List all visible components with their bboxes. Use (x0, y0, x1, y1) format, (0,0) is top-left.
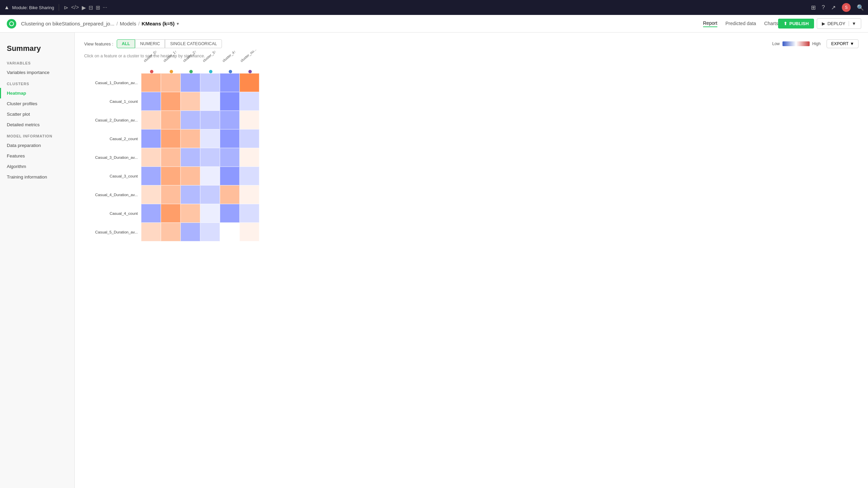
row-label-3[interactable]: Casual_2_count (84, 137, 141, 141)
dropdown-arrow-icon[interactable]: ▼ (176, 22, 180, 26)
breadcrumb-models[interactable]: Models (120, 21, 136, 26)
heatmap-cell-5-3[interactable] (200, 167, 220, 185)
heatmap-cell-4-3[interactable] (200, 148, 220, 167)
sidebar-item-data-preparation[interactable]: Data preparation (0, 140, 74, 151)
heatmap-cell-5-5[interactable] (240, 167, 259, 185)
heatmap-cell-2-4[interactable] (220, 111, 240, 129)
help-icon[interactable]: ? (822, 4, 825, 11)
heatmap-cell-8-4[interactable] (220, 223, 240, 241)
heatmap-cell-2-3[interactable] (200, 111, 220, 129)
sidebar-item-detailed-metrics[interactable]: Detailed metrics (0, 119, 74, 130)
heatmap-cell-8-1[interactable] (161, 223, 181, 241)
row-label-6[interactable]: Casual_4_Duration_av... (84, 193, 141, 197)
row-label-0[interactable]: Casual_1_Duration_av... (84, 81, 141, 85)
heatmap-cell-0-5[interactable] (240, 73, 259, 92)
nav-table-icon[interactable]: ⊟ (89, 4, 93, 11)
heatmap-cell-5-4[interactable] (220, 167, 240, 185)
heatmap-cell-6-3[interactable] (200, 185, 220, 204)
sidebar-item-features[interactable]: Features (0, 151, 74, 161)
sidebar-item-algorithm[interactable]: Algorithm (0, 161, 74, 172)
heatmap-cell-7-0[interactable] (141, 204, 161, 223)
tab-numeric[interactable]: NUMERIC (135, 39, 165, 48)
heatmap-cell-1-1[interactable] (161, 92, 181, 111)
heatmap-cell-7-1[interactable] (161, 204, 181, 223)
heatmap-cell-2-0[interactable] (141, 111, 161, 129)
heatmap-cell-2-1[interactable] (161, 111, 181, 129)
heatmap-cell-6-1[interactable] (161, 185, 181, 204)
heatmap-cell-0-2[interactable] (181, 73, 200, 92)
heatmap-cell-1-5[interactable] (240, 92, 259, 111)
breadcrumb-project[interactable]: Clustering on bikeStations_prepared_jo..… (21, 21, 114, 26)
publish-button[interactable]: ⬆ PUBLISH (778, 19, 814, 29)
sidebar-item-scatter-plot[interactable]: Scatter plot (0, 109, 74, 119)
heatmap-cell-1-2[interactable] (181, 92, 200, 111)
heatmap-cell-1-3[interactable] (200, 92, 220, 111)
nav-play-icon[interactable]: ▶ (82, 4, 86, 11)
row-label-2[interactable]: Casual_2_Duration_av... (84, 118, 141, 122)
sidebar-item-cluster-profiles[interactable]: Cluster profiles (0, 98, 74, 109)
nav-flag-icon[interactable]: ⊳ (64, 4, 68, 11)
col-header-5[interactable]: cluster_ou... (240, 63, 260, 73)
breadcrumb-current[interactable]: KMeans (k=5) ▼ (141, 21, 180, 26)
tab-single-categorical[interactable]: SINGLE CATEGORICAL (165, 39, 222, 48)
heatmap-cell-3-0[interactable] (141, 129, 161, 148)
row-label-5[interactable]: Casual_3_count (84, 174, 141, 178)
row-label-7[interactable]: Casual_4_count (84, 211, 141, 215)
heatmap-cell-4-5[interactable] (240, 148, 259, 167)
heatmap-cell-0-3[interactable] (200, 73, 220, 92)
heatmap-cell-1-0[interactable] (141, 92, 161, 111)
heatmap-cell-6-2[interactable] (181, 185, 200, 204)
heatmap-cell-2-5[interactable] (240, 111, 259, 129)
row-label-4[interactable]: Casual_3_Duration_av... (84, 155, 141, 159)
heatmap-cell-7-4[interactable] (220, 204, 240, 223)
heatmap-cell-7-5[interactable] (240, 204, 259, 223)
nav-predicted[interactable]: Predicted data (725, 21, 756, 27)
heatmap-cell-2-2[interactable] (181, 111, 200, 129)
heatmap-cell-8-5[interactable] (240, 223, 259, 241)
search-icon[interactable]: 🔍 (857, 4, 864, 11)
heatmap-cell-3-3[interactable] (200, 129, 220, 148)
heatmap-cell-4-0[interactable] (141, 148, 161, 167)
heatmap-cell-0-0[interactable] (141, 73, 161, 92)
heatmap-cell-3-2[interactable] (181, 129, 200, 148)
grid-icon[interactable]: ⊞ (811, 4, 816, 11)
content-area: View features : ALL NUMERIC SINGLE CATEG… (75, 33, 868, 488)
heatmap-cell-6-5[interactable] (240, 185, 259, 204)
trending-icon[interactable]: ↗ (831, 4, 836, 11)
heatmap-cell-4-4[interactable] (220, 148, 240, 167)
heatmap-cell-5-2[interactable] (181, 167, 200, 185)
nav-report[interactable]: Report (703, 20, 717, 27)
nav-more-icon[interactable]: ··· (103, 4, 107, 11)
heatmap-cell-7-3[interactable] (200, 204, 220, 223)
heatmap-cell-7-2[interactable] (181, 204, 200, 223)
tab-all[interactable]: ALL (117, 39, 135, 48)
nav-charts[interactable]: Charts (764, 21, 778, 27)
heatmap-cell-8-3[interactable] (200, 223, 220, 241)
nav-screen-icon[interactable]: ⊞ (96, 4, 100, 11)
export-button[interactable]: EXPORT ▼ (827, 39, 858, 48)
deploy-button[interactable]: ▶ DEPLOY ▼ (817, 18, 861, 29)
heatmap-cell-5-0[interactable] (141, 167, 161, 185)
heatmap-cell-3-5[interactable] (240, 129, 259, 148)
sidebar-item-variables-importance[interactable]: Variables importance (0, 67, 74, 78)
user-avatar[interactable]: S (842, 3, 851, 12)
heatmap-cell-8-2[interactable] (181, 223, 200, 241)
row-label-1[interactable]: Casual_1_count (84, 99, 141, 104)
heatmap-cell-3-1[interactable] (161, 129, 181, 148)
sidebar-summary: Summary (0, 38, 74, 57)
heatmap-cell-1-4[interactable] (220, 92, 240, 111)
heatmap-cell-4-1[interactable] (161, 148, 181, 167)
sidebar-item-training-information[interactable]: Training information (0, 172, 74, 182)
heatmap-cell-5-1[interactable] (161, 167, 181, 185)
row-label-8[interactable]: Casual_5_Duration_av... (84, 230, 141, 234)
heatmap-cell-0-4[interactable] (220, 73, 240, 92)
heatmap-cell-6-0[interactable] (141, 185, 161, 204)
heatmap-cell-3-4[interactable] (220, 129, 240, 148)
sidebar-item-heatmap[interactable]: Heatmap (0, 88, 74, 98)
heatmap-cell-4-2[interactable] (181, 148, 200, 167)
heatmap-cell-0-1[interactable] (161, 73, 181, 92)
nav-code-icon[interactable]: </> (71, 4, 79, 11)
heatmap-cell-8-0[interactable] (141, 223, 161, 241)
deploy-dropdown-icon[interactable]: ▼ (849, 21, 856, 26)
heatmap-cell-6-4[interactable] (220, 185, 240, 204)
